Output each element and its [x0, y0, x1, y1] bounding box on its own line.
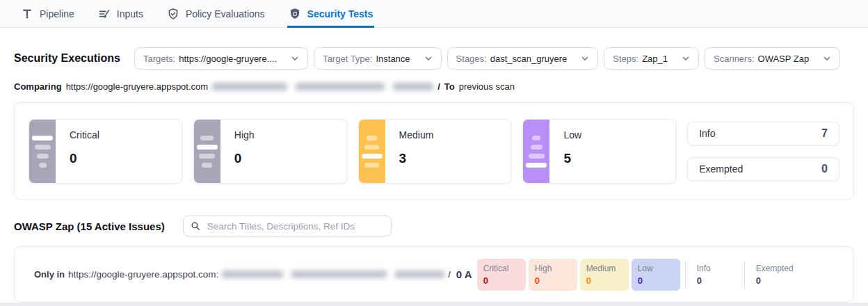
severity-pill-low: Low 0: [632, 259, 680, 291]
severity-pill-info: Info 0: [691, 259, 739, 291]
pill-divider: [685, 261, 686, 289]
redacted-text: [212, 83, 433, 90]
severity-card-medium: Medium 3: [358, 119, 512, 184]
count-card-exempted: Exempted 0: [687, 157, 839, 181]
tab-security-tests[interactable]: Security Tests: [289, 0, 373, 27]
info-exempted-column: Info 7 Exempted 0: [687, 119, 839, 184]
severity-meter-icon: [194, 120, 220, 183]
issues-title: OWASP Zap (15 Active Issues): [14, 220, 165, 232]
main-content: Security Executions Targets: https://goo…: [0, 47, 868, 306]
severity-pill-medium: Medium 0: [580, 259, 629, 291]
chevron-down-icon: [291, 54, 299, 63]
severity-meter-icon: [523, 120, 549, 183]
tab-pipeline[interactable]: Pipeline: [21, 0, 74, 27]
count-card-info: Info 7: [687, 122, 839, 145]
severity-pill-exempted: Exempted 0: [750, 259, 798, 291]
severity-pill-critical: Critical 0: [477, 259, 526, 291]
pill-divider: [744, 261, 745, 289]
active-issue-count: 0 A: [456, 268, 472, 280]
policy-evaluations-icon: [167, 8, 179, 20]
page-title: Security Executions: [14, 52, 120, 65]
severity-meter-icon: [29, 120, 56, 183]
chevron-down-icon: [581, 54, 589, 63]
severity-card-critical: Critical 0: [29, 119, 182, 184]
filter-group: Targets: https://google-gruyere.... Targ…: [134, 47, 840, 70]
inputs-icon: [98, 8, 111, 20]
filter-scanners[interactable]: Scanners: OWASP Zap: [705, 47, 840, 70]
severity-card-high: High 0: [193, 119, 347, 184]
comparing-to-label: To: [444, 81, 455, 92]
comparing-to-value: previous scan: [459, 81, 515, 92]
chevron-down-icon: [682, 54, 690, 63]
severity-meter-icon: [359, 120, 385, 183]
severity-pill-group: Critical 0 High 0 Medium 0 Low 0 Info 0 …: [477, 259, 798, 291]
redacted-text: [222, 271, 444, 278]
severity-pill-high: High 0: [529, 259, 577, 291]
comparing-slash: /: [437, 81, 440, 92]
only-in-label: Only in: [34, 269, 65, 280]
severity-summary-panel: Critical 0 High 0 Medium 3 Low 5 Info 7 …: [14, 102, 854, 200]
filter-targets[interactable]: Targets: https://google-gruyere....: [134, 47, 308, 70]
chevron-down-icon: [424, 54, 433, 63]
comparing-label: Comparing: [14, 81, 62, 92]
search-icon: [191, 221, 200, 231]
comparing-line: Comparing https://google-gruyere.appspot…: [14, 81, 854, 92]
issue-row-url: https://google-gruyere.appspot.com:: [68, 269, 218, 280]
section-divider: [0, 303, 868, 306]
comparing-url: https://google-gruyere.appspot.com: [66, 81, 209, 92]
chevron-down-icon: [823, 54, 831, 63]
pipeline-icon: [21, 8, 33, 20]
search-input[interactable]: [206, 220, 384, 232]
issues-header: OWASP Zap (15 Active Issues): [14, 216, 854, 236]
tab-inputs[interactable]: Inputs: [98, 0, 143, 27]
security-tests-icon: [289, 8, 301, 20]
issue-row[interactable]: Only in https://google-gruyere.appspot.c…: [14, 246, 854, 303]
search-box: [183, 216, 392, 236]
severity-card-low: Low 5: [522, 119, 676, 184]
filters-row: Security Executions Targets: https://goo…: [14, 47, 854, 70]
filter-target-type[interactable]: Target Type: Instance: [314, 47, 441, 70]
tab-bar: Pipeline Inputs Policy Evaluations Secur…: [0, 0, 868, 28]
issue-row-slash: /: [448, 269, 451, 280]
tab-policy-evaluations[interactable]: Policy Evaluations: [167, 0, 265, 27]
filter-stages[interactable]: Stages: dast_scan_gruyere: [447, 47, 599, 70]
filter-steps[interactable]: Steps: Zap_1: [604, 47, 699, 70]
